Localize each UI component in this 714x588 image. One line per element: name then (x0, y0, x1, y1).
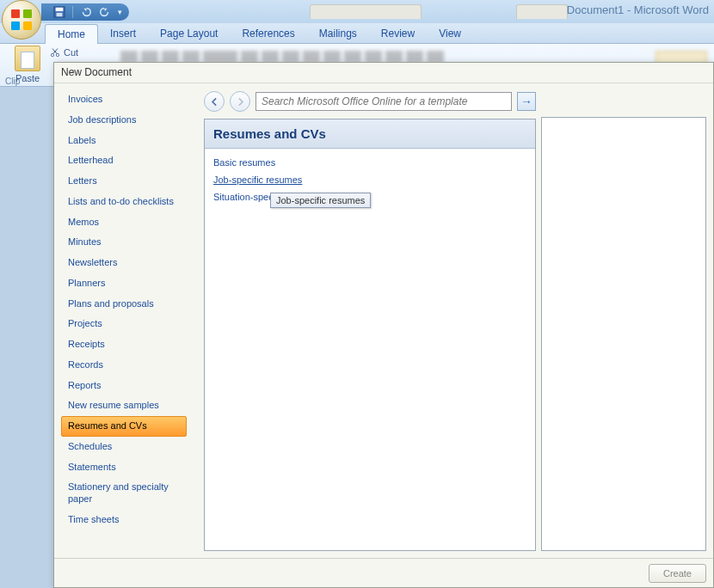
redo-icon[interactable] (99, 6, 111, 18)
tab-review[interactable]: Review (369, 24, 427, 43)
svg-rect-1 (56, 8, 64, 11)
category-item[interactable]: Invoices (61, 89, 187, 110)
titlebar: ▾ Document1 - Microsoft Word (0, 0, 714, 23)
nav-forward-button[interactable] (230, 91, 250, 112)
new-document-dialog: New Document InvoicesJob descriptionsLab… (53, 62, 714, 588)
create-button[interactable]: Create (649, 564, 706, 583)
svg-rect-2 (57, 13, 63, 16)
category-item[interactable]: Letterhead (61, 150, 187, 171)
template-category-list[interactable]: InvoicesJob descriptionsLabelsLetterhead… (61, 89, 187, 551)
dialog-title: New Document (54, 63, 713, 83)
category-item[interactable]: Plans and proposals (61, 294, 187, 315)
category-item[interactable]: Stationery and specialty paper (61, 477, 187, 510)
category-item[interactable]: Labels (61, 131, 187, 151)
qat-dropdown-icon[interactable]: ▾ (118, 8, 122, 16)
paste-icon[interactable] (15, 46, 40, 71)
category-item[interactable]: New resume samples (61, 395, 187, 416)
dialog-footer: Create (54, 558, 713, 587)
template-category-pane: InvoicesJob descriptionsLabelsLetterhead… (61, 89, 199, 551)
template-search-row: → (204, 89, 536, 113)
category-item[interactable]: Memos (61, 212, 187, 233)
tab-references[interactable]: References (230, 24, 306, 43)
category-item[interactable]: Resumes and CVs (61, 416, 187, 437)
window-title: Document1 - Microsoft Word (567, 3, 709, 16)
category-item[interactable]: Time sheets (61, 510, 187, 530)
category-item[interactable]: Newsletters (61, 253, 187, 273)
category-item[interactable]: Reports (61, 376, 187, 396)
result-link[interactable]: Basic resumes (213, 154, 526, 171)
tooltip: Job-specific resumes (270, 193, 371, 208)
office-logo-icon (11, 9, 32, 30)
tab-mailings[interactable]: Mailings (307, 24, 369, 43)
category-item[interactable]: Statements (61, 457, 187, 478)
tab-insert[interactable]: Insert (98, 24, 148, 43)
nav-back-button[interactable] (204, 91, 225, 112)
background-tab (516, 4, 568, 19)
tab-home[interactable]: Home (45, 24, 98, 44)
clipboard-group-label: Clip (5, 77, 20, 86)
tab-page-layout[interactable]: Page Layout (148, 24, 230, 43)
category-item[interactable]: Minutes (61, 232, 187, 253)
results-heading: Resumes and CVs (205, 119, 535, 149)
svg-point-4 (56, 53, 58, 56)
svg-point-3 (51, 53, 53, 56)
category-item[interactable]: Job descriptions (61, 110, 187, 131)
category-item[interactable]: Lists and to-do checklists (61, 192, 187, 212)
ribbon-tabs: Home Insert Page Layout References Maili… (0, 23, 714, 44)
office-button[interactable] (2, 0, 41, 40)
arrow-right-icon: → (520, 95, 532, 108)
undo-icon[interactable] (80, 6, 92, 18)
result-link[interactable]: Job-specific resumes (213, 171, 526, 188)
template-search-input[interactable] (255, 92, 512, 111)
save-icon[interactable] (53, 6, 65, 18)
results-links: Basic resumesJob-specific resumesSituati… (205, 149, 535, 211)
category-item[interactable]: Receipts (61, 334, 187, 355)
scissors-icon (50, 47, 60, 58)
category-item[interactable]: Letters (61, 171, 187, 192)
cut-label: Cut (64, 47, 78, 58)
category-item[interactable]: Records (61, 355, 187, 376)
arrow-right-icon (235, 96, 246, 107)
category-item[interactable]: Schedules (61, 437, 187, 457)
category-item[interactable]: Planners (61, 273, 187, 294)
template-preview-pane (541, 117, 706, 551)
category-item[interactable]: Projects (61, 314, 187, 334)
cut-button[interactable]: Cut (50, 47, 78, 58)
template-results-pane: → Resumes and CVs Basic resumesJob-speci… (204, 89, 536, 551)
template-results-box: Resumes and CVs Basic resumesJob-specifi… (204, 119, 536, 551)
tab-view[interactable]: View (427, 24, 473, 43)
background-tab (310, 4, 422, 19)
quick-access-toolbar: ▾ (41, 3, 129, 21)
arrow-left-icon (209, 96, 220, 107)
search-go-button[interactable]: → (517, 92, 536, 111)
